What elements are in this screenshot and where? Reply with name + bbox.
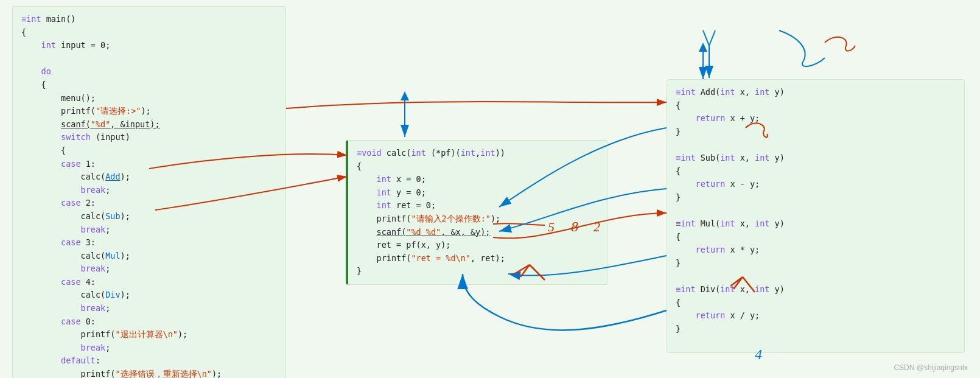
- middle-code-content: ≡void calc(int (*pf)(int,int)) { int x =…: [357, 147, 598, 278]
- svg-marker-3: [401, 91, 409, 100]
- middle-code-panel: ≡void calc(int (*pf)(int,int)) { int x =…: [346, 140, 607, 285]
- red-deco-top-right: [825, 37, 855, 51]
- right-code-content: ≡int Add(int x, int y) { return x + y; }…: [676, 86, 956, 335]
- red-arrow-add-to-addfn: [286, 102, 667, 108]
- blue-deco-top-right: [779, 30, 825, 66]
- right-code-panel: ≡int Add(int x, int y) { return x + y; }…: [667, 79, 965, 353]
- watermark: CSDN @shijiaqingsnfx: [894, 363, 968, 372]
- blue-chevron-top: [703, 30, 715, 46]
- left-code-panel: ≡int main() { int input = 0; do { menu()…: [12, 6, 286, 378]
- left-code-content: ≡int main() { int input = 0; do { menu()…: [21, 13, 277, 378]
- svg-marker-4: [699, 43, 707, 52]
